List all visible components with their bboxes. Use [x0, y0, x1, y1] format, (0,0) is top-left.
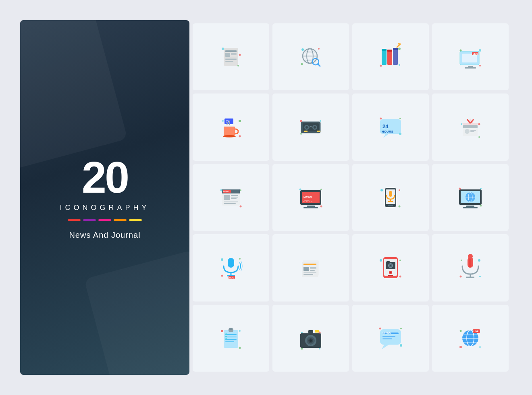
svg-rect-23: [387, 50, 392, 65]
svg-rect-147: [387, 261, 390, 263]
svg-point-146: [390, 265, 391, 266]
svg-point-39: [460, 50, 462, 52]
svg-point-59: [300, 120, 302, 122]
svg-rect-139: [303, 274, 313, 275]
svg-rect-1: [225, 50, 237, 52]
svg-point-204: [479, 346, 481, 348]
svg-point-170: [225, 336, 227, 337]
svg-rect-191: [382, 338, 392, 339]
svg-rect-106: [389, 191, 392, 197]
svg-rect-76: [470, 131, 474, 132]
icon-news-update-tv: NEWS UPDATE: [272, 164, 349, 231]
svg-rect-24: [387, 50, 392, 52]
svg-text:LIVE: LIVE: [474, 330, 479, 333]
icon-24-hours: 24 HOURS: [352, 94, 429, 160]
svg-point-171: [225, 338, 227, 340]
subtitle: News And Journal: [60, 231, 150, 240]
svg-point-18: [301, 48, 304, 51]
svg-rect-35: [468, 66, 473, 67]
icon-microphone: [432, 234, 509, 301]
svg-point-157: [468, 254, 473, 259]
svg-point-150: [380, 259, 382, 262]
svg-text:HOURS: HOURS: [382, 130, 394, 133]
icon-live-tv: LIVE: [432, 23, 509, 90]
svg-rect-75: [470, 130, 476, 131]
main-container: 20 ICONOGRAPHY News And Journal: [20, 20, 512, 375]
svg-rect-88: [231, 198, 237, 199]
svg-rect-165: [225, 334, 237, 335]
svg-point-8: [222, 48, 224, 50]
svg-point-67: [399, 118, 401, 119]
svg-point-102: [320, 205, 322, 207]
svg-rect-2: [225, 53, 230, 57]
svg-point-20: [301, 63, 303, 65]
svg-rect-164: [229, 328, 233, 330]
svg-point-92: [240, 189, 241, 191]
svg-rect-58: [304, 131, 308, 132]
svg-text:24: 24: [382, 123, 389, 129]
color-bars: [60, 219, 150, 221]
svg-rect-45: [224, 127, 235, 135]
svg-point-10: [237, 65, 239, 67]
icon-camera: [272, 305, 349, 372]
svg-point-172: [221, 330, 223, 332]
svg-rect-142: [388, 275, 393, 276]
icon-count: 20: [60, 155, 150, 200]
svg-text:LIVE: LIVE: [473, 53, 478, 55]
svg-text:NEWS: NEWS: [382, 332, 391, 335]
svg-point-68: [399, 133, 401, 135]
svg-point-31: [398, 48, 401, 50]
svg-point-49: [239, 135, 241, 137]
icon-globe-search: [272, 23, 349, 90]
svg-rect-138: [303, 272, 316, 273]
svg-point-19: [318, 48, 320, 50]
svg-point-61: [300, 133, 302, 135]
color-bar: [129, 219, 142, 221]
svg-point-48: [222, 120, 224, 122]
svg-point-111: [399, 205, 401, 207]
svg-rect-89: [224, 202, 238, 202]
svg-point-185: [301, 347, 303, 349]
svg-rect-168: [225, 341, 234, 342]
svg-point-120: [480, 188, 482, 189]
svg-point-174: [239, 347, 241, 349]
icon-camera-phone: [352, 234, 429, 301]
svg-rect-105: [388, 205, 393, 206]
icon-mic-rec: REC: [193, 234, 269, 301]
svg-rect-167: [225, 339, 237, 340]
svg-rect-36: [465, 67, 476, 69]
svg-point-128: [239, 258, 241, 260]
svg-line-17: [318, 64, 320, 67]
svg-point-56: [314, 126, 316, 129]
svg-point-173: [239, 330, 241, 332]
svg-rect-134: [303, 267, 309, 271]
svg-text:REC: REC: [229, 276, 234, 279]
svg-point-66: [380, 117, 382, 119]
iconography-label: ICONOGRAPHY: [60, 204, 150, 212]
svg-point-159: [461, 260, 462, 261]
svg-rect-6: [225, 59, 237, 60]
svg-point-9: [239, 54, 241, 56]
svg-point-119: [459, 187, 461, 189]
svg-point-151: [399, 260, 401, 261]
svg-point-158: [478, 259, 480, 262]
svg-text:UPDATE: UPDATE: [303, 200, 312, 202]
svg-point-195: [400, 344, 402, 347]
svg-rect-98: [307, 206, 315, 207]
icon-cassette: [272, 94, 349, 160]
svg-rect-87: [231, 197, 238, 198]
svg-rect-86: [231, 195, 238, 196]
icon-podcast-phone: [352, 164, 429, 231]
svg-point-193: [379, 327, 381, 329]
svg-rect-122: [228, 258, 234, 268]
left-panel: 20 ICONOGRAPHY News And Journal: [20, 20, 189, 375]
svg-point-109: [380, 189, 383, 191]
svg-point-46: [223, 135, 236, 137]
svg-point-29: [380, 65, 382, 67]
svg-point-74: [465, 129, 470, 134]
icon-newspaper: [193, 23, 269, 90]
svg-point-149: [390, 272, 392, 274]
svg-rect-133: [303, 264, 316, 265]
icon-notepad: [193, 305, 269, 372]
svg-text:NEWS: NEWS: [223, 190, 230, 193]
